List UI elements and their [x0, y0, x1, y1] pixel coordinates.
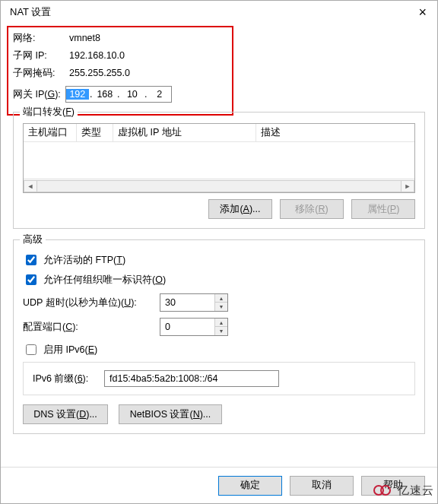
network-row: 网络: vmnet8: [13, 30, 425, 46]
col-type[interactable]: 类型: [77, 124, 113, 141]
scroll-track[interactable]: [37, 180, 401, 192]
config-port-spinner[interactable]: 0 ▲▼: [160, 318, 228, 336]
subnet-mask-row: 子网掩码: 255.255.255.0: [13, 65, 425, 81]
subnet-ip-row: 子网 IP: 192.168.10.0: [13, 47, 425, 64]
chevron-down-icon[interactable]: ▼: [215, 327, 227, 335]
col-vm-ip[interactable]: 虚拟机 IP 地址: [113, 124, 256, 141]
properties-button: 属性(P): [351, 199, 415, 219]
close-icon[interactable]: ×: [414, 5, 431, 21]
nat-settings-dialog: NAT 设置 × 网络: vmnet8 子网 IP: 192.168.10.0 …: [0, 0, 438, 504]
subnet-ip-value: 192.168.10.0: [69, 50, 125, 61]
ftp-row: 允许活动的 FTP(T): [23, 252, 415, 268]
config-port-label: 配置端口(C):: [23, 321, 154, 334]
ip-octet-1[interactable]: 192: [66, 89, 89, 100]
watermark-logo: 亿速云: [373, 482, 434, 499]
table-header: 主机端口 类型 虚拟机 IP 地址 描述: [24, 124, 414, 142]
scroll-left-icon[interactable]: ◄: [24, 180, 37, 192]
ipv6-prefix-input[interactable]: [104, 370, 279, 387]
network-value: vmnet8: [69, 33, 100, 43]
ipv6-label: 启用 IPv6(E): [43, 344, 97, 357]
cancel-button[interactable]: 取消: [290, 476, 354, 496]
oui-label: 允许任何组织唯一标识符(O): [43, 274, 166, 287]
logo-text: 亿速云: [398, 483, 434, 498]
titlebar: NAT 设置 ×: [1, 1, 437, 24]
ipv6-prefix-row: IPv6 前缀(6):: [33, 370, 405, 387]
advanced-legend: 高级: [20, 233, 46, 246]
chevron-up-icon[interactable]: ▲: [215, 319, 227, 327]
udp-timeout-label: UDP 超时(以秒为单位)(U):: [23, 296, 154, 309]
dns-netbios-row: DNS 设置(D)... NetBIOS 设置(N)...: [23, 404, 415, 424]
add-button[interactable]: 添加(A)...: [208, 199, 272, 219]
ipv6-row: 启用 IPv6(E): [23, 342, 415, 357]
gateway-label: 网关 IP(G):: [13, 88, 61, 101]
chevron-up-icon[interactable]: ▲: [215, 294, 227, 303]
horizontal-scrollbar[interactable]: ◄ ►: [24, 179, 414, 192]
oui-checkbox[interactable]: [26, 274, 36, 285]
spinner-arrows[interactable]: ▲▼: [214, 294, 227, 311]
spinner-arrows[interactable]: ▲▼: [214, 319, 227, 335]
bottom-bar: 确定 取消 帮助: [1, 467, 437, 503]
netbios-settings-button[interactable]: NetBIOS 设置(N)...: [119, 404, 222, 424]
ipv6-prefix-label: IPv6 前缀(6):: [33, 372, 98, 385]
ok-button[interactable]: 确定: [218, 476, 282, 496]
logo-icon: [373, 482, 396, 499]
ftp-checkbox[interactable]: [26, 255, 36, 265]
config-port-row: 配置端口(C): 0 ▲▼: [23, 318, 415, 336]
network-section: 网络: vmnet8 子网 IP: 192.168.10.0 子网掩码: 255…: [1, 24, 437, 103]
ipv6-checkbox[interactable]: [26, 344, 36, 355]
port-forwarding-table[interactable]: 主机端口 类型 虚拟机 IP 地址 描述 ◄ ►: [23, 123, 415, 193]
port-forwarding-legend: 端口转发(F): [20, 106, 78, 119]
ftp-label: 允许活动的 FTP(T): [43, 254, 125, 267]
udp-timeout-value[interactable]: 30: [160, 297, 214, 308]
network-label: 网络:: [13, 32, 69, 45]
scroll-right-icon[interactable]: ►: [401, 180, 414, 192]
remove-button: 移除(R): [280, 199, 344, 219]
ip-octet-2[interactable]: 168: [94, 89, 116, 100]
gateway-ip-input[interactable]: 192 . 168 . 10 . 2: [65, 86, 172, 103]
subnet-ip-label: 子网 IP:: [13, 49, 69, 62]
config-port-value[interactable]: 0: [160, 322, 214, 332]
table-body: [24, 142, 414, 179]
advanced-group: 高级 允许活动的 FTP(T) 允许任何组织唯一标识符(O) UDP 超时(以秒…: [13, 239, 425, 434]
port-forwarding-buttons: 添加(A)... 移除(R) 属性(P): [23, 199, 415, 219]
ip-octet-4[interactable]: 2: [148, 89, 171, 100]
oui-row: 允许任何组织唯一标识符(O): [23, 272, 415, 287]
ip-octet-3[interactable]: 10: [121, 89, 144, 100]
gateway-row: 网关 IP(G): 192 . 168 . 10 . 2: [13, 86, 425, 103]
subnet-mask-value: 255.255.255.0: [69, 68, 130, 78]
dialog-title: NAT 设置: [7, 5, 51, 19]
chevron-down-icon[interactable]: ▼: [215, 303, 227, 311]
subnet-mask-label: 子网掩码:: [13, 67, 69, 80]
ipv6-prefix-box: IPv6 前缀(6):: [23, 362, 415, 395]
dns-settings-button[interactable]: DNS 设置(D)...: [23, 404, 108, 424]
col-host-port[interactable]: 主机端口: [24, 124, 77, 141]
col-desc[interactable]: 描述: [256, 124, 414, 141]
port-forwarding-group: 端口转发(F) 主机端口 类型 虚拟机 IP 地址 描述 ◄ ► 添加(A)..…: [13, 112, 425, 229]
udp-timeout-spinner[interactable]: 30 ▲▼: [160, 293, 228, 312]
udp-timeout-row: UDP 超时(以秒为单位)(U): 30 ▲▼: [23, 293, 415, 312]
